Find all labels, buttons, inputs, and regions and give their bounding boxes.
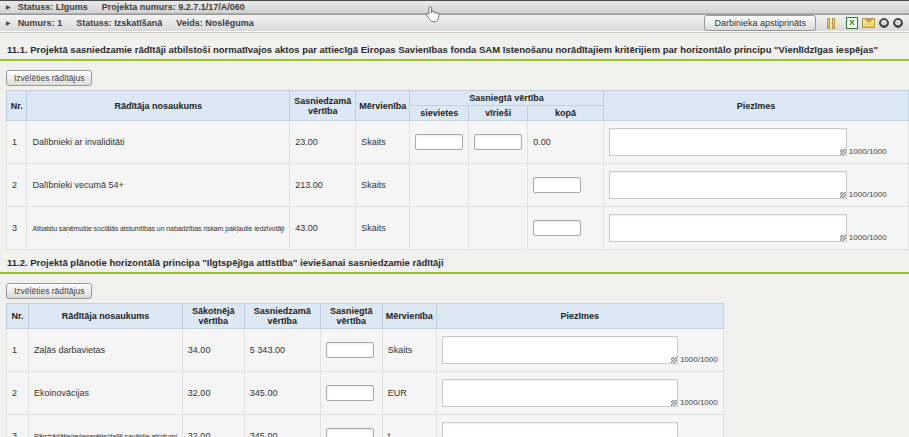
char-counter: 1000/1000 [849, 191, 887, 199]
equal-opportunities-indicators-table: Nr. Rādītāja nosaukums Sasniedzamā vērtī… [6, 90, 909, 250]
resize-handle-icon[interactable] [671, 400, 677, 406]
circle-button-icon[interactable] [893, 18, 903, 28]
target-value: 43.00 [290, 207, 356, 250]
row-number: 1 [7, 121, 27, 164]
sustainable-development-indicators-table: Nr. Rādītāja nosaukums Sākotnējā vērtība… [6, 303, 724, 437]
row-number: 2 [7, 164, 27, 207]
table-row: 2 Dalībnieki vecumā 54+ 213.00 Skaits 10… [7, 164, 909, 207]
row-number: 3 [7, 207, 27, 250]
col-header-target: Sasniedzamā vērtība [290, 91, 356, 121]
col-header-initial: Sākotnējā vērtība [182, 304, 244, 329]
report-type: Veids: Noslēguma [176, 18, 254, 28]
project-status: Statuss: Līgums [18, 2, 88, 12]
col-header-nr: Nr. [7, 304, 29, 329]
achieved-women-input[interactable] [415, 134, 463, 150]
notes-textarea[interactable] [609, 171, 847, 199]
initial-value: 32.00 [182, 372, 244, 415]
col-header-notes: Piezīmes [603, 91, 908, 121]
pause-icon[interactable] [825, 17, 837, 30]
initial-value: 32.00 [182, 415, 244, 437]
table-row: 3 Pārstrādātie/reģenerētie/dalīti savākt… [7, 415, 724, 437]
unit-value: Skaits [356, 121, 410, 164]
circle-button-icon[interactable] [879, 18, 889, 28]
indicator-name: Pārstrādātie/reģenerētie/dalīti savāktie… [29, 415, 183, 437]
employee-approved-button[interactable]: Darbinieka apstiprināts [704, 15, 816, 31]
indicator-name: Zaļās darbavietas [29, 329, 183, 372]
char-counter: 1000/1000 [849, 234, 887, 242]
notes-textarea[interactable] [442, 379, 678, 407]
target-value: 345.00 [244, 372, 320, 415]
excel-export-icon[interactable]: X [846, 17, 858, 29]
section-11-1-title: 11.1. Projektā sasniedzamie rādītāji atb… [0, 37, 909, 59]
target-value: 345.00 [244, 415, 320, 437]
resize-handle-icon[interactable] [840, 235, 846, 241]
select-indicators-button[interactable]: Izvēlēties rādītājus [6, 283, 92, 299]
table-row: 1 Zaļās darbavietas 34.00 5 343.00 Skait… [7, 329, 724, 372]
select-indicators-button[interactable]: Izvēlēties rādītājus [6, 70, 92, 86]
expand-arrow-icon[interactable]: ▶ [6, 4, 11, 10]
achieved-value-input[interactable] [326, 385, 374, 401]
achieved-men-input[interactable] [474, 134, 522, 150]
project-number: Projekta numurs: 9.2.7.1/17/A/060 [102, 2, 245, 12]
report-status: Statuss: Izskatīšanā [76, 18, 162, 28]
unit-value: t [382, 415, 436, 437]
notes-textarea[interactable] [609, 128, 847, 156]
col-header-achieved-group: Sasniegtā vērtība [410, 91, 604, 106]
project-header-bar[interactable]: ▶ Statuss: Līgums Projekta numurs: 9.2.7… [0, 0, 909, 14]
table-row: 2 Ekoinovācijas 32.00 345.00 EUR 1000/10… [7, 372, 724, 415]
row-number: 1 [7, 329, 29, 372]
main-content: 11.1. Projektā sasniedzamie rādītāji atb… [0, 32, 909, 437]
achieved-total-input[interactable] [533, 177, 581, 193]
unit-value: Skaits [382, 329, 436, 372]
target-value: 213.00 [290, 164, 356, 207]
expand-arrow-icon[interactable]: ▶ [6, 20, 11, 26]
col-header-unit: Mērvienība [356, 91, 410, 121]
col-header-men: vīrieši [469, 106, 528, 121]
notes-textarea[interactable] [442, 422, 678, 437]
col-header-achieved: Sasniegtā vērtība [320, 304, 382, 329]
indicator-name: Dalībnieki ar invaliditāti [27, 121, 290, 164]
unit-value: Skaits [356, 164, 410, 207]
col-header-women: sievietes [410, 106, 469, 121]
col-header-name: Rādītāja nosaukums [27, 91, 290, 121]
notes-textarea[interactable] [609, 214, 847, 242]
row-number: 2 [7, 372, 29, 415]
indicator-name: Ekoinovācijas [29, 372, 183, 415]
unit-value: EUR [382, 372, 436, 415]
initial-value: 34.00 [182, 329, 244, 372]
achieved-total-value: 0.00 [528, 121, 604, 164]
col-header-unit: Mērvienība [382, 304, 436, 329]
table-row: 3 Atbalstu saņēmušie sociālās atstumtība… [7, 207, 909, 250]
col-header-name: Rādītāja nosaukums [29, 304, 183, 329]
col-header-target: Sasniedzamā vērtība [244, 304, 320, 329]
col-header-total: kopā [528, 106, 604, 121]
achieved-value-input[interactable] [326, 428, 374, 437]
col-header-notes: Piezīmes [436, 304, 723, 329]
unit-value: Skaits [356, 207, 410, 250]
report-number: Numurs: 1 [18, 18, 63, 28]
achieved-value-input[interactable] [326, 342, 374, 358]
char-counter: 1000/1000 [849, 148, 887, 156]
row-number: 3 [7, 415, 29, 437]
table-row: 1 Dalībnieki ar invaliditāti 23.00 Skait… [7, 121, 909, 164]
target-value: 23.00 [290, 121, 356, 164]
char-counter: 1000/1000 [680, 399, 718, 407]
col-header-nr: Nr. [7, 91, 27, 121]
indicator-name: Dalībnieki vecumā 54+ [27, 164, 290, 207]
section-11-2-title: 11.2. Projektā plānotie horizontālā prin… [0, 250, 909, 272]
char-counter: 1000/1000 [680, 356, 718, 364]
achieved-total-input[interactable] [533, 220, 581, 236]
resize-handle-icon[interactable] [840, 149, 846, 155]
envelope-icon[interactable] [862, 18, 875, 28]
resize-handle-icon[interactable] [671, 357, 677, 363]
target-value: 5 343.00 [244, 329, 320, 372]
report-header-bar[interactable]: ▶ Numurs: 1 Statuss: Izskatīšanā Veids: … [0, 14, 909, 32]
indicator-name: Atbalstu saņēmušie sociālās atstumtības … [27, 207, 290, 250]
notes-textarea[interactable] [442, 336, 678, 364]
resize-handle-icon[interactable] [840, 192, 846, 198]
